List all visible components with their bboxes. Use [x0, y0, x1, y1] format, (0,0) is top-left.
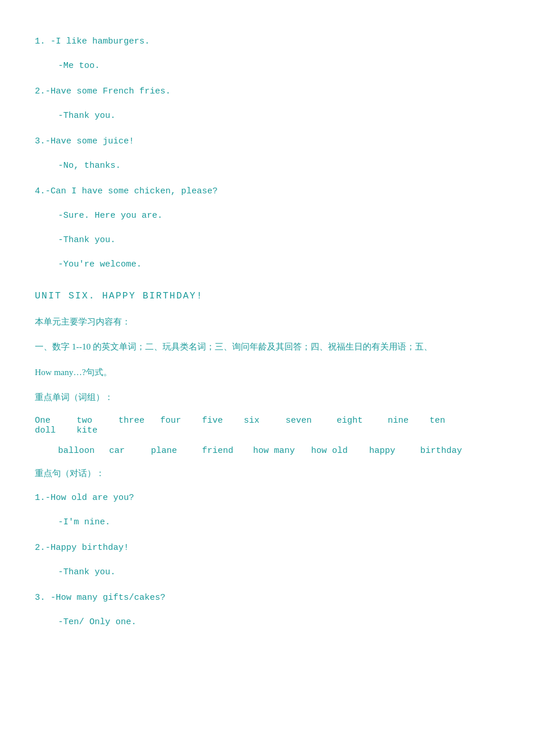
sentence-1-a: -I'm nine. — [35, 516, 499, 530]
dialog-4-a2: -Thank you. — [35, 233, 499, 247]
unit-title: UNIT SIX. HAPPY BIRTHDAY! — [35, 289, 499, 304]
dialog-4-q: 4.-Can I have some chicken, please? — [35, 185, 499, 199]
section-conversations-1: 1. -I like hamburgers. -Me too. 2.-Have … — [35, 35, 499, 272]
vocab-how-old: how old — [311, 446, 369, 456]
unit-section: UNIT SIX. HAPPY BIRTHDAY! 本单元主要学习内容有： 一、… — [35, 289, 499, 629]
sentence-2-q: 2.-Happy birthday! — [35, 541, 499, 555]
vocab-five: five — [202, 416, 244, 426]
vocab-how-many: how many — [253, 446, 311, 456]
intro-content-text: 一、数字 1--10 的英文单词；二、玩具类名词；三、询问年龄及其回答；四、祝福… — [35, 342, 432, 351]
vocab-happy: happy — [369, 446, 420, 456]
vocab-label: 重点单词（词组）： — [35, 390, 499, 405]
dialog-2-a: -Thank you. — [35, 109, 499, 123]
vocab-three: three — [118, 416, 160, 426]
dialog-4: 4.-Can I have some chicken, please? -Sur… — [35, 185, 499, 272]
dialog-3-a: -No, thanks. — [35, 159, 499, 173]
vocab-four: four — [160, 416, 202, 426]
vocab-eight: eight — [337, 416, 388, 426]
sentence-3-q: 3. -How many gifts/cakes? — [35, 591, 499, 605]
dialog-4-a1: -Sure. Here you are. — [35, 209, 499, 223]
dialog-3-q: 3.-Have some juice! — [35, 135, 499, 149]
dialog-1-a: -Me too. — [35, 59, 499, 73]
vocab-kite: kite — [77, 426, 118, 435]
sentence-dialog-1: 1.-How old are you? -I'm nine. — [35, 491, 499, 530]
sentences-label: 重点句（对话）： — [35, 466, 499, 481]
intro-label: 本单元主要学习内容有： — [35, 315, 499, 330]
intro-content2: How many…?句式。 — [35, 365, 499, 380]
vocab-car: car — [109, 446, 151, 456]
vocab-birthday: birthday — [420, 446, 471, 456]
vocab-plane: plane — [151, 446, 202, 456]
sentence-1-q: 1.-How old are you? — [35, 491, 499, 505]
vocab-ten: ten — [430, 416, 471, 426]
vocab-one: One — [35, 416, 77, 426]
vocab-six: six — [244, 416, 286, 426]
dialog-2: 2.-Have some French fries. -Thank you. — [35, 85, 499, 123]
vocab-balloon: balloon — [58, 446, 109, 456]
vocab-nine: nine — [388, 416, 430, 426]
vocab-row-2: balloon car plane friend how many how ol… — [35, 446, 499, 456]
sentence-3-a: -Ten/ Only one. — [35, 615, 499, 629]
vocab-doll: doll — [35, 426, 77, 435]
vocab-two: two — [77, 416, 118, 426]
sentence-dialog-3: 3. -How many gifts/cakes? -Ten/ Only one… — [35, 591, 499, 629]
dialog-1-q: 1. -I like hamburgers. — [35, 35, 499, 49]
vocab-friend: friend — [202, 446, 253, 456]
dialog-2-q: 2.-Have some French fries. — [35, 85, 499, 99]
dialog-3: 3.-Have some juice! -No, thanks. — [35, 135, 499, 173]
dialog-1: 1. -I like hamburgers. -Me too. — [35, 35, 499, 73]
dialog-4-a3: -You're welcome. — [35, 258, 499, 272]
vocab-seven: seven — [286, 416, 337, 426]
sentence-2-a: -Thank you. — [35, 566, 499, 579]
vocab-row-1: One two three four five six seven eight … — [35, 416, 499, 435]
sentence-dialog-2: 2.-Happy birthday! -Thank you. — [35, 541, 499, 579]
intro-content: 一、数字 1--10 的英文单词；二、玩具类名词；三、询问年龄及其回答；四、祝福… — [35, 340, 499, 355]
